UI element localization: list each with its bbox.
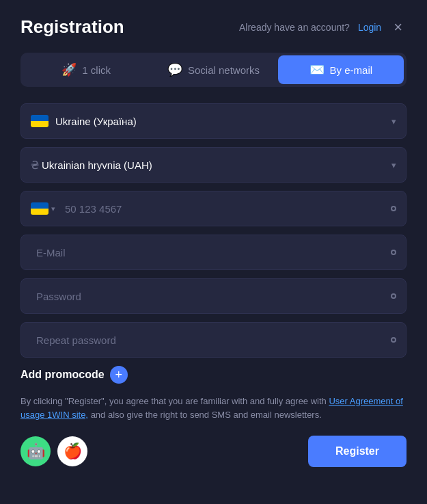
country-chevron-icon: ▾	[391, 116, 396, 127]
registration-modal: Registration Already have an account? Lo…	[0, 0, 427, 504]
repeat-password-required-indicator	[391, 337, 396, 343]
apple-store-badge[interactable]: 🍎	[57, 436, 87, 466]
password-input[interactable]	[31, 291, 391, 302]
close-button[interactable]: ×	[389, 18, 407, 36]
tab-social-label: Social networks	[188, 64, 260, 76]
tab-one-click-label: 1 click	[82, 64, 111, 76]
phone-input-wrapper: ▾	[20, 191, 407, 226]
tab-one-click[interactable]: 🚀 1 click	[23, 55, 149, 84]
terms-text: By clicking "Register", you agree that y…	[20, 395, 407, 422]
repeat-password-input[interactable]	[31, 334, 391, 346]
apple-icon: 🍎	[64, 442, 82, 460]
currency-chevron-icon: ▾	[391, 160, 396, 170]
rocket-icon: 🚀	[61, 62, 77, 77]
country-value: Ukraine (Україна)	[55, 116, 391, 127]
password-input-wrapper	[20, 278, 407, 314]
tab-by-email[interactable]: ✉️ By e-mail	[278, 55, 404, 84]
phone-flag-icon	[31, 202, 49, 215]
email-input[interactable]	[31, 247, 391, 258]
terms-after: and also give the right to send SMS and …	[91, 410, 322, 420]
footer-row: 🤖 🍎 Register	[20, 436, 407, 467]
tab-email-label: By e-mail	[330, 64, 373, 76]
android-store-badge[interactable]: 🤖	[20, 436, 51, 466]
login-link[interactable]: Login	[358, 22, 381, 33]
phone-flag-selector[interactable]: ▾	[31, 202, 55, 215]
email-input-wrapper	[20, 235, 407, 270]
phone-input[interactable]	[59, 203, 391, 215]
ukraine-flag-icon	[31, 115, 49, 127]
terms-before: By clicking "Register", you agree that y…	[20, 396, 327, 406]
currency-input-wrapper[interactable]: ₴ Ukrainian hryvnia (UAH) ▾	[20, 147, 407, 183]
repeat-password-field-group	[20, 322, 407, 358]
register-button[interactable]: Register	[308, 436, 407, 467]
currency-icon: ₴	[31, 159, 39, 172]
country-field-group: Ukraine (Україна) ▾	[20, 103, 407, 139]
currency-field-group: ₴ Ukrainian hryvnia (UAH) ▾	[20, 147, 407, 183]
add-promocode-button[interactable]: +	[110, 366, 128, 384]
currency-value: Ukrainian hryvnia (UAH)	[42, 159, 391, 171]
email-icon: ✉️	[309, 62, 325, 77]
phone-flag-chevron-icon: ▾	[51, 204, 55, 213]
chat-icon: 💬	[167, 62, 182, 77]
password-required-indicator	[391, 293, 396, 299]
modal-header: Registration Already have an account? Lo…	[20, 16, 407, 38]
store-icons-group: 🤖 🍎	[20, 436, 87, 466]
email-required-indicator	[391, 250, 396, 255]
header-right: Already have an account? Login ×	[239, 18, 407, 36]
tab-social-networks[interactable]: 💬 Social networks	[150, 55, 276, 84]
page-title: Registration	[20, 16, 124, 38]
phone-field-group: ▾	[20, 191, 407, 226]
already-have-account-text: Already have an account?	[239, 22, 350, 33]
add-promocode-row: Add promocode +	[20, 366, 407, 384]
repeat-password-input-wrapper	[20, 322, 407, 358]
password-field-group	[20, 278, 407, 314]
country-input-wrapper[interactable]: Ukraine (Україна) ▾	[20, 103, 407, 139]
add-promocode-label: Add promocode	[20, 369, 105, 381]
phone-required-indicator	[391, 206, 396, 211]
email-field-group	[20, 235, 407, 270]
tab-bar: 🚀 1 click 💬 Social networks ✉️ By e-mail	[20, 53, 407, 87]
android-icon: 🤖	[27, 442, 45, 460]
